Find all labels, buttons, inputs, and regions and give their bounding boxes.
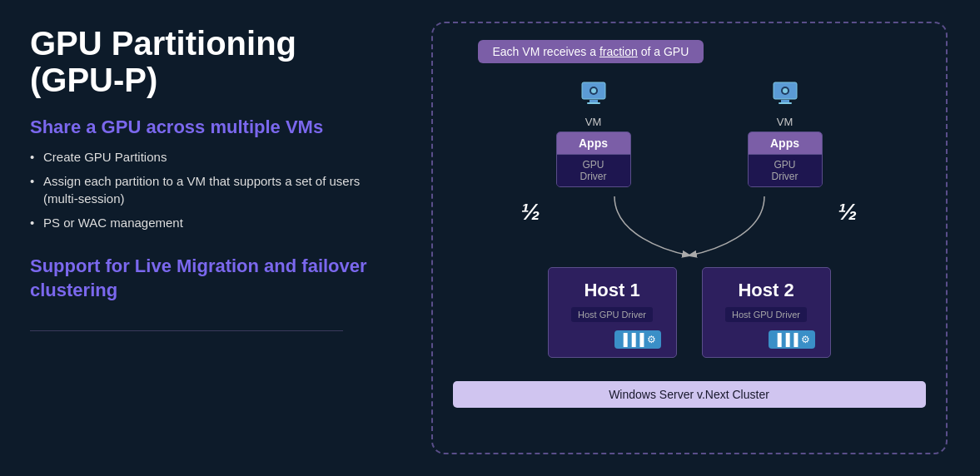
left-panel: GPU Partitioning (GPU-P) Share a GPU acr… [0,0,408,476]
vm2-block: VM Apps GPUDriver [748,78,823,187]
bullet-list: Create GPU Partitions Assign each partit… [30,148,378,238]
fraction-arrow-area: ½ ½ [453,192,926,259]
vm2-icon [770,78,800,114]
main-title: GPU Partitioning (GPU-P) [30,25,378,98]
vm1-icon [579,78,609,114]
bullet-1: Create GPU Partitions [30,148,378,166]
vm2-driver: GPUDriver [749,154,822,186]
host1-gpu-chip: ▐▐▐ ⚙ [614,330,661,349]
svg-rect-2 [587,102,600,104]
vm1-inner-box: Apps GPUDriver [556,131,631,187]
gpu2-fan-icon: ⚙ [801,334,810,345]
vm2-apps: Apps [749,132,822,154]
top-label-pre: Each VM receives a [493,45,599,58]
host1-driver: Host GPU Driver [571,307,653,322]
vm1-label: VM [585,116,602,128]
sub-title-2: Support for Live Migration and failover … [30,255,378,302]
right-panel: Each VM receives a fraction of a GPU VM [408,0,980,476]
host1-title: Host 1 [564,280,661,301]
bottom-cluster-label: Windows Server v.Next Cluster [453,381,926,408]
hosts-row: Host 1 Host GPU Driver ▐▐▐ ⚙ Host 2 Host… [548,267,831,358]
svg-point-9 [783,88,788,93]
gpu2-bars-icon: ▐▐▐ [774,333,798,346]
svg-point-4 [591,88,596,93]
vm2-label: VM [777,116,793,128]
arrows-svg [523,192,856,259]
host2-gpu-chip: ▐▐▐ ⚙ [769,330,815,349]
host2-title: Host 2 [718,280,815,301]
bullet-3: PS or WAC management [30,214,378,231]
diagram-container: Each VM receives a fraction of a GPU VM [431,22,948,454]
host2-driver: Host GPU Driver [725,307,807,322]
sub-title-1: Share a GPU across multiple VMs [30,117,378,138]
host2-block: Host 2 Host GPU Driver ▐▐▐ ⚙ [702,267,831,358]
top-label-link: fraction [599,45,638,58]
top-label-post: of a GPU [638,45,689,58]
vm1-apps: Apps [557,132,630,154]
gpu1-bars-icon: ▐▐▐ [619,333,644,346]
svg-rect-7 [779,102,792,104]
host1-block: Host 1 Host GPU Driver ▐▐▐ ⚙ [548,267,677,358]
bullet-2: Assign each partition to a VM that suppo… [30,172,378,207]
gpu1-fan-icon: ⚙ [647,334,656,345]
vms-row: VM Apps GPUDriver VM [556,78,823,187]
divider [30,330,343,331]
vm1-driver: GPUDriver [557,154,630,186]
top-label: Each VM receives a fraction of a GPU [478,40,704,63]
vm1-block: VM Apps GPUDriver [556,78,631,187]
vm2-inner-box: Apps GPUDriver [748,131,823,187]
